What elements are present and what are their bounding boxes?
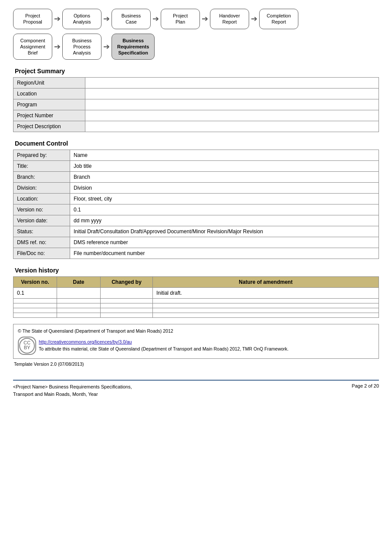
table-row: Location: Floor, street, city — [14, 194, 379, 204]
footer-line-2: Transport and Main Roads, Month, Year — [13, 391, 132, 398]
version-changed-by — [101, 313, 153, 318]
version-no — [14, 308, 57, 313]
flow-step-project-plan: ProjectPlan — [161, 9, 200, 29]
version-amendment — [153, 303, 379, 308]
doc-value: Job title — [70, 161, 379, 172]
project-summary-table: Region/Unit Location Program Project Num… — [13, 77, 379, 132]
doc-label: Location: — [14, 194, 70, 204]
doc-value: Floor, street, city — [70, 194, 379, 204]
version-changed-by — [101, 303, 153, 308]
version-history-table: Version no. Date Changed by Nature of am… — [13, 276, 379, 318]
doc-label: Version no: — [14, 204, 70, 215]
doc-label: Title: — [14, 161, 70, 172]
table-row: Version date: dd mm yyyy — [14, 215, 379, 226]
table-row — [14, 303, 379, 308]
version-amendment — [153, 313, 379, 318]
template-version: Template Version 2.0 (07/08/2013) — [14, 361, 379, 367]
copyright-box: © The State of Queensland (Department of… — [13, 324, 379, 359]
doc-value: Initial Draft/Consultation Draft/Approve… — [70, 226, 379, 237]
copyright-text: © The State of Queensland (Department of… — [18, 328, 374, 335]
summary-label: Program — [14, 99, 85, 110]
table-row: Prepared by: Name — [14, 150, 379, 161]
summary-label: Project Description — [14, 121, 85, 132]
flow-step-options-analysis: OptionsAnalysis — [62, 9, 101, 29]
doc-value: DMS reference number — [70, 237, 379, 248]
table-row: Division: Division — [14, 183, 379, 194]
version-no: 0.1 — [14, 288, 57, 299]
table-row — [14, 313, 379, 318]
version-date — [57, 308, 101, 313]
doc-value: File number/document number — [70, 248, 379, 259]
doc-label: Version date: — [14, 215, 70, 226]
doc-value: Name — [70, 150, 379, 161]
doc-label: Branch: — [14, 172, 70, 183]
version-no — [14, 313, 57, 318]
flow-step-label: BusinessProcessAnalysis — [72, 38, 92, 56]
version-date — [57, 313, 101, 318]
version-changed-by — [101, 299, 153, 303]
summary-label: Region/Unit — [14, 78, 85, 89]
version-amendment — [153, 308, 379, 313]
cc-attribution: To attribute this material, cite State o… — [39, 346, 288, 353]
doc-label: Prepared by: — [14, 150, 70, 161]
table-row: Title: Job title — [14, 161, 379, 172]
flow-diagram-2: ComponentAssignmentBrief ➔ BusinessProce… — [13, 34, 379, 60]
flow-step-label: ProjectPlan — [173, 13, 188, 24]
table-row: DMS ref. no: DMS reference number — [14, 237, 379, 248]
flow-arrow-6: ➔ — [54, 42, 61, 51]
version-history-heading: Version history — [13, 267, 379, 274]
flow-arrow-4: ➔ — [202, 14, 208, 24]
version-date — [57, 299, 101, 303]
flow-diagram-1: ProjectProposal ➔ OptionsAnalysis ➔ Busi… — [13, 9, 379, 29]
summary-value — [85, 89, 379, 99]
footer-line-1: <Project Name> Business Requirements Spe… — [13, 383, 132, 391]
summary-label: Project Number — [14, 110, 85, 121]
project-summary-heading: Project Summary — [13, 68, 379, 75]
version-changed-by — [101, 308, 153, 313]
footer-left: <Project Name> Business Requirements Spe… — [13, 383, 132, 398]
flow-arrow-1: ➔ — [54, 14, 61, 24]
col-changed-by: Changed by — [101, 277, 153, 288]
flow-step-business-case: BusinessCase — [112, 9, 151, 29]
document-control-table: Prepared by: Name Title: Job title Branc… — [13, 150, 379, 259]
summary-label: Location — [14, 89, 85, 99]
table-row: Version no: 0.1 — [14, 204, 379, 215]
table-row: 0.1 Initial draft. — [14, 288, 379, 299]
doc-value: dd mm yyyy — [70, 215, 379, 226]
table-row: File/Doc no: File number/document number — [14, 248, 379, 259]
flow-step-label: BusinessRequirementsSpecification — [117, 38, 149, 56]
flow-row-2: ComponentAssignmentBrief ➔ BusinessProce… — [13, 34, 379, 60]
flow-step-label: CompletionReport — [267, 13, 291, 24]
flow-arrow-7: ➔ — [103, 42, 110, 51]
svg-text:BY: BY — [24, 345, 30, 350]
flow-step-project-proposal: ProjectProposal — [13, 9, 52, 29]
flow-step-business-requirements-spec: BusinessRequirementsSpecification — [112, 34, 155, 60]
summary-value — [85, 78, 379, 89]
summary-value — [85, 99, 379, 110]
table-row: Branch: Branch — [14, 172, 379, 183]
flow-step-label: BusinessCase — [122, 13, 141, 24]
table-row: Status: Initial Draft/Consultation Draft… — [14, 226, 379, 237]
version-date — [57, 303, 101, 308]
flow-step-component-assignment-brief: ComponentAssignmentBrief — [13, 34, 52, 60]
flow-arrow-2: ➔ — [103, 14, 110, 24]
table-row: Location — [14, 89, 379, 99]
version-amendment — [153, 299, 379, 303]
version-no — [14, 299, 57, 303]
creative-commons-icon: CCBY — [18, 337, 36, 355]
table-row: Program — [14, 99, 379, 110]
flow-step-handover-report: HandoverReport — [210, 9, 249, 29]
flow-arrow-5: ➔ — [251, 14, 257, 24]
table-header-row: Version no. Date Changed by Nature of am… — [14, 277, 379, 288]
footer-page-number: Page 2 of 20 — [352, 383, 379, 388]
flow-step-label: ProjectProposal — [23, 13, 42, 24]
doc-label: File/Doc no: — [14, 248, 70, 259]
page: ProjectProposal ➔ OptionsAnalysis ➔ Busi… — [0, 0, 392, 555]
doc-label: DMS ref. no: — [14, 237, 70, 248]
table-row — [14, 299, 379, 303]
table-row — [14, 308, 379, 313]
cc-text-block: http://creativecommons.org/licences/by/3… — [39, 339, 288, 353]
flow-step-label: ComponentAssignmentBrief — [20, 38, 45, 56]
version-amendment: Initial draft. — [153, 288, 379, 299]
version-date — [57, 288, 101, 299]
